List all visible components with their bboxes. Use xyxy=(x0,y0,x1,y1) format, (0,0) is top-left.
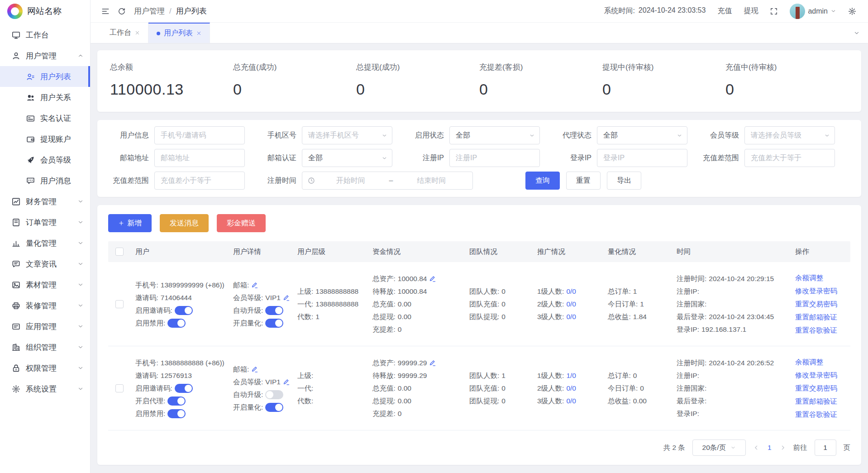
sidebar-item-permission-mgmt[interactable]: 权限管理 xyxy=(0,358,90,378)
tab-user-list[interactable]: 用户列表 xyxy=(148,23,210,43)
level1-count-link[interactable]: 0/0 xyxy=(566,285,576,298)
recharge-link[interactable]: 充值 xyxy=(717,6,732,16)
row-checkbox[interactable] xyxy=(115,384,124,392)
field-label: 自动升级: xyxy=(233,388,263,401)
collapse-menu-button[interactable] xyxy=(101,7,110,15)
recharge-diff-le-input[interactable] xyxy=(154,172,245,190)
prev-page-button[interactable] xyxy=(753,444,759,451)
system-time-value: 2024-10-24 23:03:53 xyxy=(639,6,706,16)
user-cell: 手机号:13899999999 (+86)) 邀请码:71406444 启用邀请… xyxy=(135,279,233,330)
edit-icon[interactable] xyxy=(251,282,258,289)
tab-workbench[interactable]: 工作台 xyxy=(101,23,148,43)
reset-email-verify-link[interactable]: 重置邮箱验证 xyxy=(795,395,846,408)
change-login-password-link[interactable]: 修改登录密码 xyxy=(795,284,846,297)
team-cell: 团队人数:0 团队充值:0 团队提现:0 xyxy=(469,285,537,323)
edit-icon[interactable] xyxy=(429,275,436,282)
disable-toggle[interactable] xyxy=(167,409,186,418)
filter-label: 手机区号 xyxy=(257,131,296,140)
agent-toggle[interactable] xyxy=(167,397,186,406)
field-label: 3级人数: xyxy=(537,395,564,407)
change-login-password-link[interactable]: 修改登录密码 xyxy=(795,368,846,382)
superior-value: 13888888888 xyxy=(315,285,358,298)
email-input[interactable] xyxy=(154,149,245,167)
edit-icon[interactable] xyxy=(283,294,290,301)
chevron-down-icon xyxy=(77,282,84,288)
reg-ip-input[interactable] xyxy=(449,149,540,167)
user-detail-cell: 邮箱: 会员等级:VIP1 自动升级: 开启量化: xyxy=(233,363,297,414)
tab-overflow-button[interactable] xyxy=(845,23,868,43)
login-ip-input[interactable] xyxy=(597,149,687,167)
level3-count-link[interactable]: 0/0 xyxy=(566,311,576,323)
edit-icon[interactable] xyxy=(283,378,290,386)
close-icon[interactable] xyxy=(196,31,201,36)
sidebar-item-user-list[interactable]: 用户列表 xyxy=(0,66,90,87)
reset-button[interactable]: 重置 xyxy=(566,172,601,190)
withdraw-link[interactable]: 提现 xyxy=(744,6,758,16)
sidebar-item-real-name-auth[interactable]: 实名认证 xyxy=(0,108,90,129)
reset-trade-password-link[interactable]: 重置交易密码 xyxy=(795,297,846,311)
sidebar-item-org-mgmt[interactable]: 组织管理 xyxy=(0,337,90,358)
edit-icon[interactable] xyxy=(429,359,436,367)
sidebar-item-withdraw-account[interactable]: 提现账户 xyxy=(0,129,90,149)
invite-code-toggle[interactable] xyxy=(175,306,193,315)
auto-upgrade-toggle[interactable] xyxy=(265,306,283,315)
level1-count-link[interactable]: 1/0 xyxy=(566,369,576,382)
reset-email-verify-link[interactable]: 重置邮箱验证 xyxy=(795,311,846,324)
edit-icon[interactable] xyxy=(251,366,258,373)
reg-time-range-picker[interactable]: 开始时间 – 结束时间 xyxy=(302,172,473,190)
phone-area-select[interactable]: 请选择手机区号 xyxy=(302,126,392,144)
sidebar-item-user-messages[interactable]: 用户消息 xyxy=(0,170,90,191)
page-size-select[interactable]: 20条/页 xyxy=(692,440,746,456)
agent-status-select[interactable]: 全部 xyxy=(597,126,687,144)
breadcrumb-parent[interactable]: 用户管理 xyxy=(134,6,165,16)
quant-toggle[interactable] xyxy=(265,403,283,412)
filter-row-1: 用户信息 手机区号 请选择手机区号 启用状态 全部 xyxy=(109,126,849,144)
current-page[interactable]: 1 xyxy=(767,444,773,452)
sidebar-item-member-level[interactable]: 会员等级 xyxy=(0,149,90,170)
search-button[interactable]: 查询 xyxy=(525,172,560,190)
sidebar-item-articles[interactable]: 文章资讯 xyxy=(0,253,90,274)
next-page-button[interactable] xyxy=(780,444,786,451)
row-checkbox[interactable] xyxy=(115,300,124,308)
export-button[interactable]: 导出 xyxy=(607,172,641,190)
sidebar-item-quant-mgmt[interactable]: 量化管理 xyxy=(0,233,90,253)
level3-count-link[interactable]: 0/0 xyxy=(566,395,576,407)
reset-google-verify-link[interactable]: 重置谷歌验证 xyxy=(795,408,846,421)
sidebar-item-material-mgmt[interactable]: 素材管理 xyxy=(0,274,90,295)
avatar xyxy=(790,4,805,19)
sidebar-item-app-mgmt[interactable]: 应用管理 xyxy=(0,316,90,337)
sidebar-item-workbench[interactable]: 工作台 xyxy=(0,24,90,45)
level2-count-link[interactable]: 0/0 xyxy=(566,298,576,311)
email-verify-select[interactable]: 全部 xyxy=(302,149,392,167)
sidebar-item-finance-mgmt[interactable]: 财务管理 xyxy=(0,191,90,212)
balance-adjust-link[interactable]: 余额调整 xyxy=(795,355,846,368)
settings-button[interactable] xyxy=(848,7,856,15)
enable-status-select[interactable]: 全部 xyxy=(449,126,540,144)
auto-upgrade-toggle[interactable] xyxy=(265,390,283,399)
select-all-checkbox[interactable] xyxy=(115,248,124,256)
refresh-button[interactable] xyxy=(118,7,126,15)
quant-toggle[interactable] xyxy=(265,319,283,328)
recharge-diff-ge-input[interactable] xyxy=(744,149,835,167)
user-info-input[interactable] xyxy=(154,126,245,144)
level2-count-link[interactable]: 0/0 xyxy=(566,382,576,395)
fullscreen-button[interactable] xyxy=(770,7,778,15)
filter-label: 登录IP xyxy=(552,153,591,163)
send-message-button[interactable]: 发送消息 xyxy=(160,214,209,232)
bonus-gift-button[interactable]: 彩金赠送 xyxy=(217,214,266,232)
sidebar-item-system-settings[interactable]: 系统设置 xyxy=(0,378,90,399)
user-menu[interactable]: admin xyxy=(790,4,836,19)
reset-google-verify-link[interactable]: 重置谷歌验证 xyxy=(795,324,846,337)
balance-adjust-link[interactable]: 余额调整 xyxy=(795,271,846,284)
sidebar-item-decoration-mgmt[interactable]: 装修管理 xyxy=(0,295,90,316)
add-user-button[interactable]: 新增 xyxy=(108,214,152,232)
reset-trade-password-link[interactable]: 重置交易密码 xyxy=(795,382,846,395)
member-level-select[interactable]: 请选择会员等级 xyxy=(744,126,835,144)
invite-code-toggle[interactable] xyxy=(175,384,193,393)
close-icon[interactable] xyxy=(135,30,140,35)
disable-toggle[interactable] xyxy=(167,319,186,328)
goto-page-input[interactable] xyxy=(815,440,836,456)
sidebar-item-order-mgmt[interactable]: 订单管理 xyxy=(0,212,90,233)
sidebar-item-user-relations[interactable]: 用户关系 xyxy=(0,87,90,108)
sidebar-item-user-mgmt[interactable]: 用户管理 xyxy=(0,45,90,66)
